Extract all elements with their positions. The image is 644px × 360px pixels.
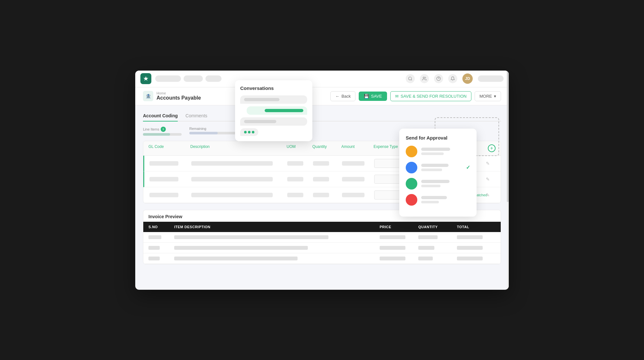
bubble-content-3 <box>244 120 276 123</box>
description-cell-3 <box>191 193 273 197</box>
description-cell-2 <box>191 177 273 181</box>
scrollbar-thumb[interactable] <box>507 71 509 202</box>
approver-info-2 <box>421 164 462 171</box>
nav-pill-2[interactable] <box>184 75 203 82</box>
nav-right-icons: JD <box>406 73 504 84</box>
amount-cell-2 <box>342 177 365 181</box>
uom-cell-2 <box>287 177 303 181</box>
send-icon: ✉ <box>395 94 399 99</box>
tab-account-coding[interactable]: Account Coding <box>143 111 178 122</box>
description-cell <box>191 161 273 166</box>
edit-row-button-2[interactable]: ✎ <box>486 177 496 182</box>
inv-price-3 <box>380 257 405 260</box>
approver-item-1 <box>406 146 470 157</box>
conversation-bubble-3 <box>240 117 307 126</box>
inv-sno-2 <box>148 246 160 250</box>
save-icon: 💾 <box>364 94 369 99</box>
remaining-label: Remaining <box>189 127 241 131</box>
approver-avatar-4 <box>406 194 417 206</box>
line-items-stat: Line Items 3 <box>143 127 182 136</box>
chevron-down-icon: ▾ <box>494 94 496 99</box>
page-title-area: 🏦 Home Accounts Payable <box>143 91 201 101</box>
conversation-bubble-1 <box>240 95 307 104</box>
amount-cell <box>342 161 365 166</box>
bubble-content-1 <box>244 98 279 101</box>
approval-panel-wrapper: Send for Approval ✓ <box>399 129 477 217</box>
quantity-cell <box>313 161 329 166</box>
typing-dots <box>244 131 254 133</box>
approver-info-4 <box>421 196 470 203</box>
invoice-row <box>143 243 501 253</box>
uom-cell <box>287 161 303 166</box>
back-button[interactable]: ← Back <box>330 91 355 101</box>
back-arrow-icon: ← <box>335 94 339 99</box>
invoice-th-price: PRICE <box>380 225 418 229</box>
inv-price-1 <box>380 235 405 239</box>
approver-item-3 <box>406 178 470 190</box>
gl-code-cell <box>149 161 178 166</box>
th-uom: UOM <box>287 144 312 152</box>
invoice-th-desc: ITEM DESCRIPTION <box>174 225 380 229</box>
save-send-button[interactable]: ✉ SAVE & SEND FOR RESOLUTION <box>390 91 471 101</box>
accounts-payable-icon: 🏦 <box>143 91 153 101</box>
approver-info-3 <box>421 180 470 187</box>
top-nav: JD <box>135 71 509 87</box>
bubble-content-2 <box>265 109 303 112</box>
approver-role-1 <box>421 152 444 155</box>
save-button[interactable]: 💾 SAVE <box>359 92 387 101</box>
help-icon-btn[interactable] <box>434 74 443 83</box>
breadcrumb: Home <box>156 91 201 95</box>
inv-total-2 <box>457 246 483 250</box>
approver-name-3 <box>421 180 450 183</box>
conversations-popup: Conversations <box>235 80 312 141</box>
page-title: Accounts Payable <box>156 95 201 101</box>
th-description: Description <box>190 144 287 152</box>
dot-1 <box>244 131 247 133</box>
remaining-stat: Remaining <box>189 127 241 136</box>
search-icon-btn[interactable] <box>406 74 415 83</box>
app-logo <box>140 73 151 84</box>
page-header: 🏦 Home Accounts Payable ← Back 💾 SAVE ✉ … <box>135 87 509 105</box>
approver-role-3 <box>421 185 440 187</box>
inv-qty-3 <box>418 257 433 260</box>
users-icon-btn[interactable] <box>420 74 429 83</box>
approver-avatar-1 <box>406 146 417 157</box>
gl-code-cell-3 <box>149 193 178 197</box>
approved-check-icon: ✓ <box>466 164 470 170</box>
th-amount: Amount <box>341 144 374 152</box>
inv-total-1 <box>457 235 483 239</box>
dot-3 <box>252 131 254 133</box>
user-avatar[interactable]: JD <box>462 73 473 84</box>
edit-row-button-3[interactable]: ✎ <box>486 192 496 198</box>
more-button[interactable]: MORE ▾ <box>475 91 501 101</box>
approver-role-2 <box>421 169 442 171</box>
tab-comments[interactable]: Comments <box>185 111 207 122</box>
quantity-cell-2 <box>313 177 329 181</box>
inv-sno-3 <box>148 257 160 260</box>
approver-item-2: ✓ <box>406 162 470 173</box>
nav-pill-3[interactable] <box>205 75 222 82</box>
approver-name-2 <box>421 164 449 167</box>
approver-avatar-2 <box>406 162 417 173</box>
svg-point-0 <box>409 77 412 80</box>
approver-item-4 <box>406 194 470 206</box>
bell-icon-btn[interactable] <box>448 74 457 83</box>
line-items-bar <box>143 133 182 136</box>
approver-name-4 <box>421 196 447 199</box>
typing-bubble <box>240 128 258 136</box>
typing-indicator <box>240 128 307 136</box>
invoice-th-sno: S.NO <box>148 225 174 229</box>
header-actions: ← Back 💾 SAVE ✉ SAVE & SEND FOR RESOLUTI… <box>330 91 501 101</box>
quantity-cell-3 <box>313 193 329 197</box>
nav-pill-home[interactable] <box>155 75 181 82</box>
scrollbar[interactable] <box>507 71 509 290</box>
invoice-row <box>143 232 501 243</box>
approver-name-1 <box>421 148 450 151</box>
line-items-badge: 3 <box>161 127 166 132</box>
invoice-th-total: TOTAL <box>457 225 496 229</box>
svg-point-1 <box>423 77 425 79</box>
approval-panel: Send for Approval ✓ <box>399 129 477 217</box>
edit-row-button[interactable]: ✎ <box>486 161 496 166</box>
user-name-pill <box>478 75 504 82</box>
invoice-th-quantity: QUANTITY <box>418 225 457 229</box>
